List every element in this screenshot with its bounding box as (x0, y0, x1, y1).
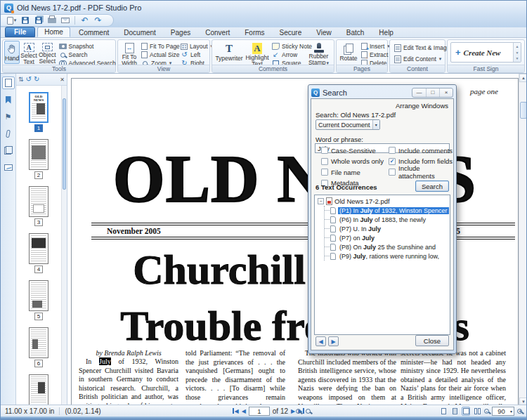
facing-pages-view-icon[interactable] (473, 407, 481, 416)
redo-button[interactable]: ↷ (93, 15, 103, 26)
search-result-item[interactable]: (P1) In July of 1932, Winston Spencer (325, 206, 450, 215)
scrollbar-thumb[interactable] (520, 102, 527, 119)
email-button[interactable] (60, 15, 70, 26)
previous-page-button[interactable]: ◀ (242, 408, 246, 414)
search-option[interactable]: Include comments (389, 146, 453, 155)
checkbox[interactable] (389, 169, 396, 176)
destinations-panel-tab[interactable]: ⚑ (2, 110, 15, 123)
search-option[interactable]: Include attachments (389, 168, 453, 177)
ribbon-tab[interactable]: Document (117, 28, 162, 37)
scroll-up-arrow[interactable]: ▲ (519, 74, 527, 82)
checkbox[interactable] (389, 147, 396, 154)
rotate-page-cw-icon[interactable]: ↻ (34, 76, 39, 83)
previous-result-button[interactable]: ◀ (315, 336, 326, 346)
ribbon-tab[interactable]: Comment (72, 28, 115, 37)
title-bar[interactable]: Q Old News 17-2.pdf - PDF Studio Pro (1, 1, 526, 15)
ribbon-tab[interactable]: Convert (199, 28, 236, 37)
print-button[interactable] (46, 15, 57, 26)
results-root-node[interactable]: − Old News 17-2.pdf (318, 197, 450, 206)
ribbon-tab[interactable]: Home (37, 27, 70, 37)
search-result-item[interactable]: (P6) In July of 1883, the newly (325, 215, 450, 224)
rotate-page-ccw-icon[interactable]: ↺ (26, 76, 32, 83)
checkbox[interactable] (389, 158, 396, 165)
ribbon-tab[interactable]: Secure (273, 28, 308, 37)
sort-pages-icon[interactable]: ⇅ (18, 76, 24, 83)
bookmarks-panel-tab[interactable] (2, 93, 15, 106)
zoom-in-icon[interactable]: + (517, 409, 522, 414)
search-option[interactable]: Case-Sensitive (321, 146, 384, 155)
edit-content-button[interactable]: Edit Content▾ (393, 55, 453, 63)
edit-text-images-button[interactable]: Edit Text & Images (393, 44, 453, 51)
highlight-text-button[interactable]: A Highlight Text (245, 41, 270, 64)
page-thumbnail[interactable]: OLD NEWS 1 (29, 92, 48, 132)
close-dialog-button[interactable]: Close (415, 335, 449, 346)
arrow-tool-button[interactable]: ↙Arrow (272, 51, 304, 58)
document-viewport[interactable]: page one OLD NEWS November 2005 $ 3.75 C… (67, 74, 527, 406)
checkbox[interactable] (321, 169, 328, 176)
maximize-button[interactable]: □ (426, 88, 439, 97)
search-dialog-titlebar[interactable]: Q Search — □ × (311, 86, 454, 98)
extract-pages-button[interactable]: Extract (361, 51, 384, 58)
create-new-signature-button[interactable]: + Create New ▲ ▼ ▼ (450, 42, 521, 63)
signatures-panel-tab[interactable] (2, 161, 15, 173)
save-all-button[interactable] (33, 15, 44, 26)
ribbon-tab[interactable]: Forms (238, 28, 271, 37)
minimize-button[interactable]: — (412, 88, 426, 97)
layout-button[interactable]: Layout▾ (181, 43, 207, 50)
actual-size-button[interactable]: Actual Size (141, 51, 177, 58)
fit-to-page-button[interactable]: Fit To Page (141, 43, 177, 50)
zoom-tool-icon[interactable] (296, 409, 301, 414)
tree-collapse-icon[interactable]: − (318, 198, 324, 204)
page-thumbnail[interactable]: 6 (29, 327, 48, 367)
close-panel-icon[interactable]: ✕ (60, 77, 65, 83)
attachments-panel-tab[interactable] (2, 127, 15, 140)
search-submit-button[interactable]: Search (415, 181, 449, 192)
close-button[interactable]: × (439, 88, 453, 97)
document-scrollbar[interactable]: ▲ ▼ (519, 74, 527, 406)
page-thumbnail[interactable]: 7 (29, 374, 48, 405)
checkbox[interactable] (321, 147, 328, 154)
scrollbar-thumb[interactable] (63, 98, 66, 190)
loupe-tool-icon[interactable] (306, 409, 311, 414)
checkbox[interactable] (321, 158, 328, 165)
next-page-button[interactable]: ▶ (291, 408, 295, 414)
zoom-out-icon[interactable]: - (484, 409, 489, 414)
object-select-button[interactable]: Object Select (38, 41, 57, 64)
layers-panel-tab[interactable] (2, 144, 15, 157)
search-result-item[interactable]: (P7) U. In July (325, 224, 450, 233)
page-number-input[interactable]: 1 (249, 407, 270, 416)
typewriter-button[interactable]: T Typewriter (214, 41, 245, 64)
ribbon-tab[interactable]: Pages (164, 28, 197, 37)
ribbon-tab[interactable]: Help (372, 28, 400, 37)
zoom-level-input[interactable]: 90 ▾ (492, 407, 514, 416)
search-option[interactable]: File name (321, 168, 384, 177)
hand-tool-button[interactable]: Hand (4, 41, 20, 64)
ribbon-tab[interactable]: View (310, 28, 338, 37)
rotate-left-button[interactable]: ↺Left (181, 51, 207, 58)
snapshot-button[interactable]: Snapshot (59, 43, 116, 50)
search-option[interactable]: Whole words only (321, 157, 384, 166)
thumbnails-panel-tab[interactable] (2, 77, 15, 89)
thumbnails-scrollbar[interactable] (61, 86, 67, 405)
single-page-view-icon[interactable] (439, 407, 448, 416)
first-page-button[interactable]: ◀ (233, 408, 239, 414)
search-result-item[interactable]: (P7) on July (325, 233, 450, 242)
continuous-view-icon[interactable] (450, 407, 459, 416)
insert-pages-button[interactable]: Insert▾ (361, 43, 384, 50)
page-thumbnail[interactable]: 4 (29, 233, 48, 273)
ribbon-tab[interactable]: Batch (340, 28, 371, 37)
page-thumbnail[interactable]: 5 (29, 280, 48, 320)
save-button[interactable] (20, 15, 30, 26)
undo-button[interactable]: ↶ (79, 15, 90, 26)
search-result-item[interactable]: (P9) July, rations were running low, (325, 251, 450, 261)
next-result-button[interactable]: ▶ (328, 336, 339, 346)
select-text-button[interactable]: A Select Text (20, 41, 38, 64)
sticky-note-button[interactable]: Sticky Note (272, 43, 304, 50)
search-button[interactable]: Search (59, 51, 116, 58)
search-result-item[interactable]: (P8) On July 25 the Sunshine and (325, 242, 450, 251)
rotate-pages-button[interactable]: Rotate (338, 41, 359, 64)
new-document-button[interactable]: ▾ (6, 15, 17, 26)
page-thumbnail[interactable]: 3 (29, 186, 48, 226)
fit-to-width-button[interactable]: ↔ Fit To Width (119, 41, 139, 64)
rubber-stamp-button[interactable]: Rubber Stamp▾ (305, 41, 332, 64)
